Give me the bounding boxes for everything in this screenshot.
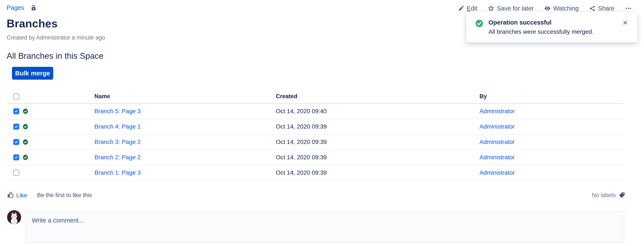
row-created: Oct 14, 2020 09:40 [276,108,480,115]
pencil-icon [458,5,464,11]
watching-label: Watching [553,5,579,12]
column-header-created: Created [276,93,480,100]
tag-icon[interactable] [618,191,626,200]
table-row: Branch 4: Page 1 Oct 14, 2020 09:39 Admi… [6,119,624,135]
more-actions-button[interactable] [625,5,632,12]
save-for-later-button[interactable]: Save for later [488,5,534,12]
table-header-row: Name Created By [6,90,624,104]
merged-icon [22,154,29,161]
toast-title: Operation successful [488,19,594,26]
column-header-name: Name [94,93,276,100]
row-checkbox[interactable] [13,154,19,160]
row-created: Oct 14, 2020 09:39 [276,139,480,145]
select-all-checkbox[interactable] [13,94,19,99]
labels-text: No labels [592,192,616,199]
toast-notification: Operation successful All branches were s… [466,12,637,42]
breadcrumb-pages-link[interactable]: Pages [6,4,24,11]
row-by-link[interactable]: Administrator [480,139,515,145]
branches-table: Name Created By Branch 5: Page 3 Oct 14,… [6,90,624,181]
branch-link[interactable]: Branch 1: Page 3 [94,169,140,176]
comment-input[interactable] [26,211,624,243]
star-icon [488,5,494,12]
edit-button[interactable]: Edit [458,5,477,12]
share-icon [589,5,596,12]
row-by-link[interactable]: Administrator [480,108,515,114]
edit-label: Edit [467,5,477,12]
row-by-link[interactable]: Administrator [480,154,515,161]
row-created: Oct 14, 2020 09:39 [276,123,480,130]
share-label: Share [598,5,614,12]
save-for-later-label: Save for later [497,5,534,12]
page-title: Branches [6,17,58,30]
table-row: Branch 2: Page 2 Oct 14, 2020 09:39 Admi… [6,150,624,165]
row-checkbox[interactable] [13,108,19,114]
toast-content: Operation successful All branches were s… [488,19,594,35]
table-row: Branch 5: Page 3 Oct 14, 2020 09:40 Admi… [6,104,624,119]
ellipsis-icon [625,5,632,12]
avatar[interactable] [7,210,21,224]
breadcrumb: Pages [6,4,37,11]
row-by-link[interactable]: Administrator [480,169,515,176]
row-by-link[interactable]: Administrator [480,123,515,130]
branch-link[interactable]: Branch 2: Page 2 [94,154,140,161]
page-byline: Created by Administrator a minute ago [6,34,105,41]
merged-icon [22,123,29,130]
unlock-icon[interactable] [30,4,37,11]
share-button[interactable]: Share [589,5,614,12]
watching-button[interactable]: Watching [544,5,579,12]
branch-link[interactable]: Branch 5: Page 3 [94,108,140,114]
page-actions: Edit Save for later Watching [458,5,632,12]
merged-icon [22,139,29,145]
thumbs-up-icon[interactable] [6,191,14,200]
table-row: Branch 3: Page 2 Oct 14, 2020 09:39 Admi… [6,135,624,150]
row-created: Oct 14, 2020 09:39 [276,169,480,176]
section-heading: All Branches in this Space [6,51,104,61]
branch-link[interactable]: Branch 3: Page 2 [94,139,140,145]
close-icon[interactable] [622,20,628,26]
social-row: Like Be the first to like this No labels [6,191,626,200]
row-checkbox[interactable] [13,170,19,176]
row-checkbox[interactable] [13,139,19,145]
row-created: Oct 14, 2020 09:39 [276,154,480,161]
eye-icon [544,5,551,12]
bulk-merge-button[interactable]: Bulk merge [12,67,53,80]
table-row: Branch 1: Page 3 Oct 14, 2020 09:39 Admi… [6,165,624,181]
success-check-icon [475,19,484,29]
row-checkbox[interactable] [13,124,19,130]
branches-table-body: Branch 5: Page 3 Oct 14, 2020 09:40 Admi… [6,104,624,181]
toast-message: All branches were successfully merged. [488,28,594,35]
column-header-by: By [480,93,624,100]
branch-link[interactable]: Branch 4: Page 1 [94,123,140,130]
merged-icon [22,108,29,114]
like-link[interactable]: Like [16,192,27,199]
like-hint: Be the first to like this [37,192,92,199]
